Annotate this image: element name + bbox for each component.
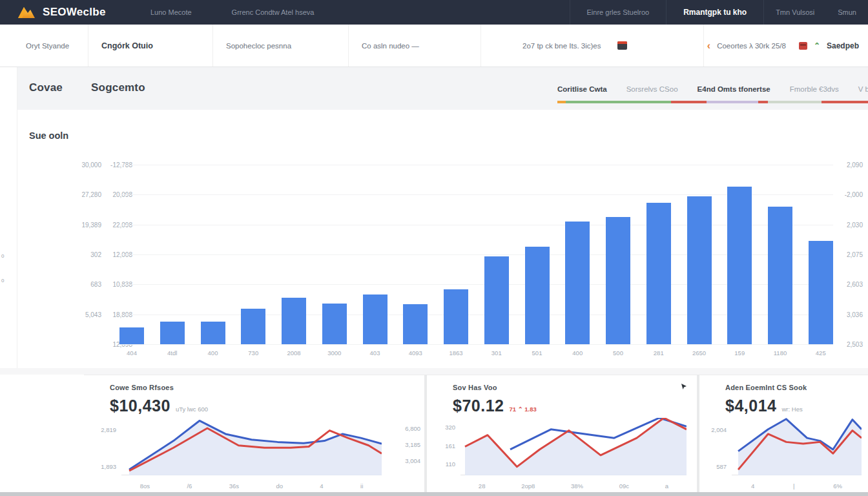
mini-x-label: ii bbox=[360, 482, 363, 490]
nav-plain-0[interactable]: Tmn Vulsosi bbox=[764, 0, 826, 25]
mini-x-label: 38% bbox=[571, 482, 583, 490]
section-title-left[interactable]: Covae bbox=[29, 81, 63, 94]
x-axis-label: 730 bbox=[241, 349, 265, 356]
nav-cell-1[interactable]: Rmantgpk tu kho bbox=[666, 0, 764, 25]
gridline bbox=[119, 344, 833, 345]
axis-label: 3,036 bbox=[847, 311, 863, 318]
bar bbox=[727, 187, 752, 344]
mini-y-label-right: 6,800 bbox=[405, 425, 420, 432]
x-axis-label: 425 bbox=[809, 349, 833, 356]
toolbar-cell-label: Oryt Styande bbox=[26, 42, 69, 50]
cards-band bbox=[0, 368, 868, 375]
mini-x-label: 36s bbox=[229, 482, 239, 490]
tab-3[interactable]: Fmorble €3dvs bbox=[790, 85, 839, 93]
toolbar-cell-1[interactable]: Cngórk Otuio bbox=[88, 25, 213, 67]
toolbar-cell-2[interactable]: Sopohecloc pesnna bbox=[213, 25, 349, 67]
x-axis-label: 4tdl bbox=[160, 349, 185, 356]
mini-line-chart: 320161110282op838%09ca bbox=[427, 415, 697, 477]
metric-tabs: Coritlise CwtaSorsrelvs CSooE4nd Omts tf… bbox=[557, 85, 868, 93]
y-axis-right: 2,090-2,0002,0302,0752,6033,0362,503 bbox=[833, 165, 863, 344]
mini-chart-svg bbox=[121, 418, 382, 475]
x-axis-label: 1180 bbox=[768, 349, 792, 356]
nav-plain-label: Smun bbox=[838, 8, 856, 16]
x-axis-label: 2650 bbox=[687, 349, 712, 356]
nav-item-1[interactable]: Grrenc Condtw Atel hseva bbox=[232, 8, 315, 16]
mini-x-labels: 4|6% bbox=[732, 482, 862, 490]
bar bbox=[241, 309, 265, 344]
card-title: Aden Eoemlnt CS Sook bbox=[725, 384, 868, 391]
bar bbox=[768, 207, 792, 344]
calendar-red-icon[interactable] bbox=[799, 42, 807, 50]
card-subtitle: uTy lwc 600 bbox=[176, 406, 208, 413]
range-action-label[interactable]: Saedpeb bbox=[827, 41, 859, 50]
tab-1[interactable]: Sorsrelvs CSoo bbox=[626, 85, 678, 93]
toolbar-cell-0[interactable]: Oryt Styande bbox=[0, 25, 88, 67]
toolbar-cell-4[interactable]: 2o7 tp ck bne Its. 3ic)es bbox=[481, 25, 704, 67]
nav-plain-1[interactable]: Smun bbox=[826, 0, 868, 25]
bar bbox=[119, 327, 144, 344]
cursor-icon[interactable] bbox=[680, 383, 688, 391]
mini-x-label: 6% bbox=[833, 482, 842, 490]
primary-nav: Luno MecoteGrrenc Condtw Atel hseva bbox=[132, 8, 314, 16]
tab-4[interactable]: V boowr bbox=[858, 85, 868, 93]
mini-y-label-right: 3,185 bbox=[405, 441, 420, 448]
toolbar: Oryt StyandeCngórk OtuioSopohecloc pesnn… bbox=[0, 25, 868, 67]
x-axis-label: 2008 bbox=[282, 349, 306, 356]
mini-x-label: /6 bbox=[187, 482, 192, 490]
mini-y-label-left: 2,819 bbox=[87, 426, 116, 433]
mini-y-label-left: 320 bbox=[429, 424, 455, 431]
mini-x-label: 09c bbox=[619, 482, 629, 490]
card-value: $4,014 bbox=[725, 397, 776, 415]
date-range-controls: ‹ Coeortes λ 30rk 25/8 ⌃ Saedpeb bbox=[707, 25, 868, 67]
axis-label: 2,503 bbox=[847, 341, 863, 348]
bar bbox=[403, 304, 428, 344]
tab-2[interactable]: E4nd Omts tfonertse bbox=[698, 85, 770, 93]
axis-label: 2,603 bbox=[847, 281, 863, 288]
date-range-label[interactable]: Coeortes λ 30rk 25/8 bbox=[717, 42, 786, 50]
x-axis-label: 1863 bbox=[444, 349, 468, 356]
toolbar-items: Oryt StyandeCngórk OtuioSopohecloc pesnn… bbox=[0, 25, 704, 67]
bar bbox=[484, 256, 509, 344]
stat-card-1: Cowe Smo Rfsoes $10,430 uTy lwc 600 2,81… bbox=[84, 375, 424, 492]
section-title-right[interactable]: Sogcemto bbox=[91, 81, 145, 94]
mini-x-labels: 282op838%09ca bbox=[460, 482, 687, 490]
x-axis-labels: 4044tdl400730200830004034093186330150140… bbox=[119, 349, 833, 356]
tab-0[interactable]: Coritlise Cwta bbox=[557, 85, 607, 93]
area-fill bbox=[129, 420, 382, 475]
bar bbox=[363, 294, 388, 344]
bar-chart-plot bbox=[119, 165, 833, 344]
x-axis-label: 400 bbox=[565, 349, 590, 356]
stat-card-2: Sov Has Voo $70.12 71 ⌃ 1.83 32016111028… bbox=[427, 375, 697, 492]
card-value: $10,430 bbox=[110, 397, 170, 415]
underline-segment-4 bbox=[758, 101, 768, 103]
bar bbox=[201, 322, 225, 344]
underline-segment-2 bbox=[671, 101, 707, 103]
section-header: Covae Sogcemto Coritlise CwtaSorsrelvs C… bbox=[17, 67, 868, 110]
mini-line-chart: 2,0045874|6% bbox=[699, 415, 868, 477]
x-axis-label: 500 bbox=[606, 349, 630, 356]
mini-x-label: 4 bbox=[320, 482, 323, 490]
nav-item-0[interactable]: Luno Mecote bbox=[150, 8, 192, 16]
x-axis-label: 403 bbox=[363, 349, 388, 356]
card-value: $70.12 bbox=[453, 397, 504, 415]
nav-cell-label: Rmantgpk tu kho bbox=[683, 8, 747, 17]
x-axis-label: 159 bbox=[727, 349, 752, 356]
calendar-icon[interactable] bbox=[617, 41, 627, 50]
x-axis-label: 3000 bbox=[322, 349, 347, 356]
rail-zero-label: 0 bbox=[1, 253, 4, 259]
card-subtitle: wr: Hes bbox=[781, 406, 802, 413]
card-title: Sov Has Voo bbox=[453, 384, 697, 391]
toolbar-cell-3[interactable]: Co asln nudeo — bbox=[349, 25, 481, 67]
mini-x-label: do bbox=[276, 482, 283, 490]
logo[interactable]: SEOWeclbe bbox=[0, 5, 132, 19]
chevron-left-icon[interactable]: ‹ bbox=[707, 41, 710, 51]
card-value-row: $70.12 71 ⌃ 1.83 bbox=[453, 397, 697, 415]
nav-plain-label: Tmn Vulsosi bbox=[776, 8, 814, 16]
mini-chart-svg bbox=[460, 418, 687, 475]
bar bbox=[606, 217, 630, 344]
mini-line-chart: 2,8191,8936,8003,1853,0048os/636sdo4ii bbox=[84, 415, 424, 477]
nav-cell-0[interactable]: Einre grles Stuelroo bbox=[570, 0, 666, 25]
page-root: SEOWeclbe Luno MecoteGrrenc Condtw Atel … bbox=[0, 0, 868, 496]
toolbar-cell-label: Co asln nudeo — bbox=[362, 42, 419, 50]
cards-row: Cowe Smo Rfsoes $10,430 uTy lwc 600 2,81… bbox=[0, 375, 868, 492]
